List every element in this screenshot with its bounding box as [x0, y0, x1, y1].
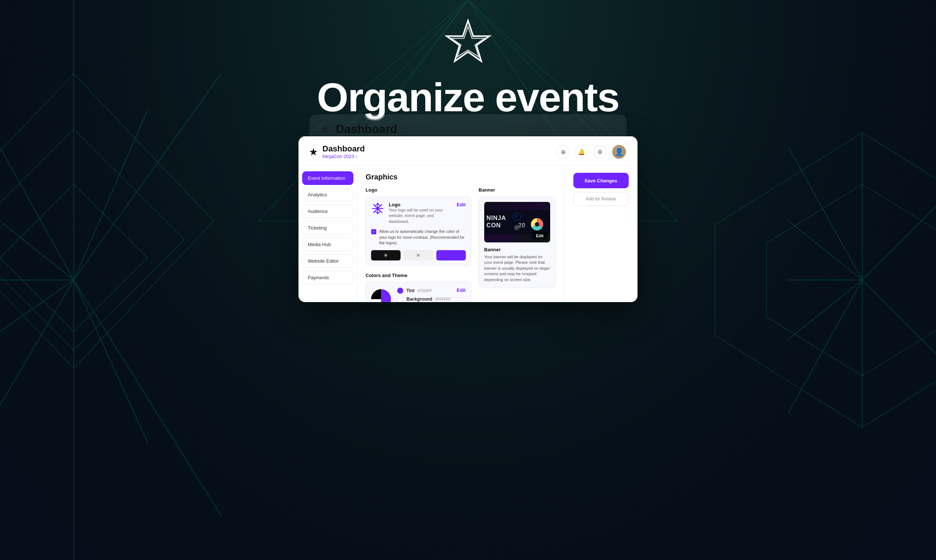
notifications-button[interactable]: 🔔	[575, 145, 588, 158]
svg-line-9	[74, 280, 221, 516]
bell-icon: 🔔	[578, 148, 585, 155]
header-subtitle: NinjaCon 2023 ›	[322, 154, 365, 159]
colors-section: Colors and Theme Tint #7024FF	[366, 272, 471, 302]
banner-box: NINJA CON 20	[479, 196, 556, 288]
logo-preview-row: ✳ ✳	[371, 250, 466, 260]
svg-line-1	[0, 221, 74, 280]
svg-line-15	[788, 221, 862, 280]
hero-title: Organize events	[317, 74, 619, 120]
svg-point-50	[535, 222, 539, 226]
sidebar-item-event-information[interactable]: Event Information	[302, 171, 353, 185]
svg-marker-12	[0, 129, 184, 350]
svg-point-54	[516, 226, 516, 227]
color-hex-tint: #7024FF	[417, 289, 432, 293]
card-header: ★ Dashboard NinjaCon 2023 › ⊕ 🔔 ⚙ 👤	[299, 136, 637, 165]
banner-col-label: Banner	[479, 187, 556, 193]
gear-icon: ⚙	[597, 148, 602, 155]
graphics-section-title: Graphics	[366, 173, 556, 181]
svg-text:P: P	[515, 214, 517, 219]
header-star-icon: ★	[309, 146, 318, 158]
logo-checkbox[interactable]: ✓	[371, 229, 376, 234]
svg-line-4	[0, 280, 74, 405]
header-title: Dashboard	[322, 145, 365, 153]
color-dot-background	[397, 296, 403, 302]
colors-section-title: Colors and Theme	[366, 272, 471, 278]
header-left: ★ Dashboard NinjaCon 2023 ›	[309, 145, 365, 159]
dashboard-card: ★ Dashboard NinjaCon 2023 › ⊕ 🔔 ⚙ 👤	[299, 136, 637, 302]
card-body: Event Information Analytics Audience Tic…	[299, 165, 637, 302]
right-panel: Save Changes Add for Review	[564, 165, 637, 302]
header-actions: ⊕ 🔔 ⚙ 👤	[556, 145, 627, 159]
main-content: Graphics Logo	[357, 165, 564, 302]
sidebar: Event Information Analytics Audience Tic…	[299, 165, 357, 302]
banner-title: Banner	[484, 247, 550, 252]
color-label-background: Background	[406, 297, 432, 302]
logo-edit-button[interactable]: Edit	[457, 202, 466, 208]
logo-checkbox-row: ✓ Allow us to automatically change the c…	[371, 229, 466, 246]
sidebar-item-ticketing[interactable]: Ticketing	[302, 221, 353, 235]
svg-line-19	[862, 206, 936, 280]
color-list: Tint #7024FF Background #FFFFFF	[397, 288, 451, 302]
svg-line-17	[788, 280, 862, 339]
color-dot-tint	[397, 288, 403, 294]
sidebar-item-payments[interactable]: Payments	[302, 271, 353, 285]
logo-box: Logo Your logo will be used on your webs…	[366, 196, 471, 266]
shadow-star-icon: ★	[320, 123, 330, 135]
svg-line-22	[862, 280, 936, 354]
colors-content: Tint #7024FF Background #FFFFFF	[371, 288, 466, 302]
svg-text:NINJA: NINJA	[486, 214, 506, 222]
color-label-tint: Tint	[406, 288, 414, 293]
colors-edit-button[interactable]: Edit	[457, 288, 466, 293]
svg-line-18	[788, 280, 862, 412]
settings-button[interactable]: ⚙	[593, 145, 607, 158]
logo-column: Logo	[366, 187, 471, 302]
graphics-grid: Logo	[366, 187, 556, 302]
sidebar-item-website-editor[interactable]: Website Editor	[302, 254, 353, 268]
svg-line-14	[788, 148, 862, 280]
avatar[interactable]: 👤	[612, 145, 627, 159]
logo-header: Logo Your logo will be used on your webs…	[371, 202, 466, 225]
logo-snowflake-icon	[371, 202, 384, 215]
logo-preview-light-button[interactable]: ✳	[403, 250, 433, 260]
svg-point-53	[514, 225, 519, 230]
svg-text:CON: CON	[486, 222, 501, 229]
sidebar-item-audience[interactable]: Audience	[302, 205, 353, 218]
svg-line-0	[0, 148, 74, 280]
banner-description: Your banner will be displayed on your ev…	[484, 254, 550, 283]
logo-title: Logo	[389, 202, 452, 208]
banner-column: Banner NINJA C	[479, 187, 556, 302]
logo-col-label: Logo	[366, 187, 471, 193]
logo-preview-light-icon: ✳	[416, 252, 420, 258]
color-hex-background: #FFFFFF	[435, 297, 451, 302]
svg-marker-13	[0, 74, 214, 368]
color-circle-preview	[371, 289, 391, 302]
svg-line-8	[74, 280, 148, 442]
shadow-title: Dashboard	[336, 122, 397, 136]
logo-preview-purple-button[interactable]	[436, 250, 466, 260]
logo-preview-dark-icon: ✳	[383, 252, 388, 258]
hero-star-icon	[444, 18, 492, 66]
avatar-image: 👤	[613, 145, 626, 158]
add-button[interactable]: ⊕	[556, 145, 570, 158]
add-for-review-button[interactable]: Add for Review	[573, 192, 629, 206]
logo-info: Logo Your logo will be used on your webs…	[389, 202, 452, 225]
banner-edit-button[interactable]: Edit	[532, 232, 547, 240]
banner-image: NINJA CON 20	[484, 202, 550, 242]
svg-point-55	[517, 226, 518, 227]
logo-description: Your logo will be used on your website, …	[389, 208, 452, 225]
sidebar-item-analytics[interactable]: Analytics	[302, 188, 353, 202]
color-row-tint: Tint #7024FF	[397, 288, 451, 294]
colors-box: Tint #7024FF Background #FFFFFF	[366, 282, 471, 302]
save-changes-button[interactable]: Save Changes	[573, 173, 629, 188]
sidebar-item-media-hub[interactable]: Media Hub	[302, 238, 353, 251]
svg-line-6	[74, 74, 221, 280]
color-row-background: Background #FFFFFF	[397, 296, 451, 302]
header-titles: Dashboard NinjaCon 2023 ›	[322, 145, 365, 159]
logo-checkbox-label: Allow us to automatically change the col…	[379, 229, 466, 246]
logo-preview-dark-button[interactable]: ✳	[371, 250, 400, 260]
plus-icon: ⊕	[561, 148, 566, 155]
